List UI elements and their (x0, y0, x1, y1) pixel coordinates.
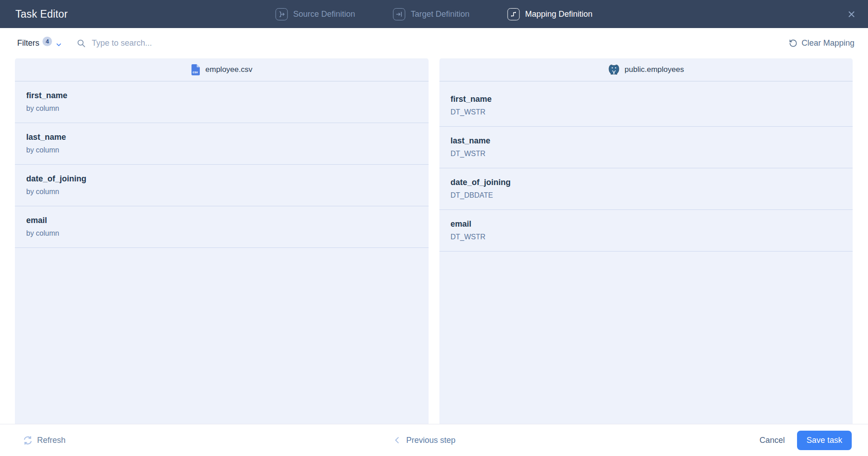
field-mapping-mode: by column (26, 188, 418, 196)
target-field-list: first_name DT_WSTR last_name DT_WSTR dat… (439, 81, 853, 424)
header-bar: Task Editor Source Definition (0, 0, 868, 28)
field-data-type: DT_WSTR (451, 108, 842, 116)
target-definition-icon (393, 8, 405, 20)
mapping-area: csv employee.csv first_name by column la… (0, 58, 868, 424)
target-field-row[interactable]: first_name DT_WSTR (439, 85, 853, 127)
field-mapping-mode: by column (26, 146, 418, 154)
task-editor-window: Task Editor Source Definition (0, 0, 868, 456)
search-icon (76, 38, 86, 48)
previous-step-button[interactable]: Previous step (392, 436, 455, 445)
field-mapping-mode: by column (26, 104, 418, 113)
field-data-type: DT_WSTR (451, 150, 842, 158)
mapping-definition-icon (508, 8, 520, 20)
target-field-row[interactable]: last_name DT_WSTR (439, 127, 853, 168)
filters-dropdown[interactable]: Filters 4 (17, 38, 62, 48)
close-button[interactable] (843, 6, 860, 23)
field-mapping-mode: by column (26, 229, 418, 238)
target-field-row[interactable]: email DT_WSTR (439, 210, 853, 252)
tab-label: Mapping Definition (525, 10, 593, 19)
tab-mapping-definition[interactable]: Mapping Definition (508, 8, 593, 20)
refresh-icon (23, 435, 33, 446)
field-name: first_name (26, 91, 418, 100)
page-title: Task Editor (15, 8, 68, 20)
target-panel: public.employees first_name DT_WSTR last… (439, 58, 853, 424)
field-data-type: DT_WSTR (451, 233, 842, 241)
source-field-row[interactable]: date_of_joining by column (15, 165, 429, 206)
footer-bar: Refresh Previous step Cancel Save task (0, 424, 868, 456)
refresh-label: Refresh (37, 436, 66, 445)
field-name: last_name (26, 133, 418, 142)
tab-label: Target Definition (410, 10, 469, 19)
source-field-list: first_name by column last_name by column… (15, 81, 429, 424)
clear-mapping-button[interactable]: Clear Mapping (789, 38, 854, 48)
clear-mapping-label: Clear Mapping (802, 38, 854, 48)
search-input[interactable] (91, 38, 285, 48)
save-task-button[interactable]: Save task (797, 431, 852, 450)
step-tabs: Source Definition Target Definition (275, 0, 592, 28)
field-name: email (26, 216, 418, 225)
filters-label: Filters (17, 38, 39, 48)
source-definition-icon (275, 8, 288, 20)
reset-icon (789, 39, 797, 48)
cancel-button[interactable]: Cancel (760, 436, 785, 445)
source-field-row[interactable]: last_name by column (15, 123, 429, 165)
target-panel-header: public.employees (439, 58, 853, 81)
field-name: email (451, 219, 842, 229)
source-panel-header: csv employee.csv (15, 58, 429, 81)
field-data-type: DT_DBDATE (451, 191, 842, 200)
refresh-button[interactable]: Refresh (23, 435, 66, 446)
target-field-row[interactable]: date_of_joining DT_DBDATE (439, 168, 853, 210)
footer-actions: Cancel Save task (760, 431, 852, 450)
source-panel-title: employee.csv (205, 65, 252, 74)
toolbar: Filters 4 Clear Map (0, 28, 868, 58)
tab-target-definition[interactable]: Target Definition (393, 8, 469, 20)
source-panel: csv employee.csv first_name by column la… (15, 58, 429, 424)
postgresql-icon (608, 64, 620, 76)
field-name: date_of_joining (451, 178, 842, 187)
field-name: first_name (451, 95, 842, 104)
svg-text:csv: csv (193, 71, 198, 74)
source-field-row[interactable]: email by column (15, 206, 429, 248)
tab-label: Source Definition (293, 10, 355, 19)
field-name: date_of_joining (26, 174, 418, 184)
field-name: last_name (451, 136, 842, 146)
source-field-row[interactable]: first_name by column (15, 81, 429, 123)
close-icon (847, 10, 856, 19)
chevron-left-icon (392, 436, 401, 445)
previous-step-label: Previous step (406, 436, 455, 445)
filters-count-badge: 4 (42, 37, 52, 46)
search-box (76, 38, 285, 48)
chevron-down-icon (55, 38, 62, 48)
tab-source-definition[interactable]: Source Definition (275, 8, 355, 20)
target-panel-title: public.employees (625, 65, 684, 74)
csv-file-icon: csv (191, 64, 200, 76)
